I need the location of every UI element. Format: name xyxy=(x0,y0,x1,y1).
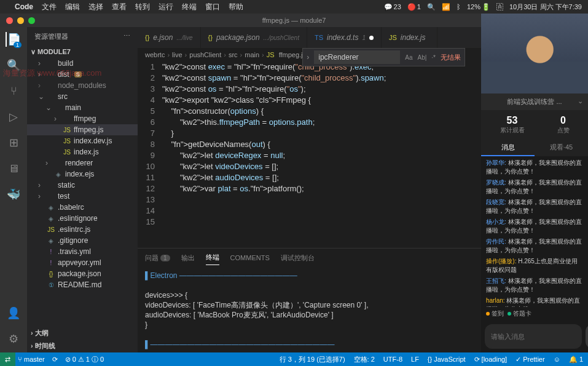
indent[interactable]: 空格: 2 xyxy=(354,355,375,364)
live-title[interactable]: 前端实战训练营 ...⌄ xyxy=(481,93,588,110)
folder-item[interactable]: ›distS xyxy=(27,69,138,80)
stat-likes: 0 xyxy=(557,115,570,126)
editor-tab[interactable]: {}e.json.../live xyxy=(138,27,201,48)
file-item[interactable]: ◈.babelrc xyxy=(27,202,138,213)
file-item[interactable]: ◈.gitignore xyxy=(27,235,138,246)
find-word-icon[interactable]: Ab| xyxy=(417,54,426,61)
chip-signin[interactable]: 签到 xyxy=(486,309,504,318)
file-item[interactable]: !.travis.yml xyxy=(27,246,138,257)
live-video[interactable] xyxy=(481,14,588,93)
file-item[interactable]: JSffmpeg.js xyxy=(27,124,138,135)
folder-item[interactable]: ›test xyxy=(27,191,138,202)
cursor-position[interactable]: 行 3，列 19 (已选择7) xyxy=(280,355,345,364)
run-debug-icon[interactable]: ▷ xyxy=(6,109,21,124)
breadcrumb-item[interactable]: src xyxy=(229,51,238,58)
status-bt-icon[interactable]: ᛒ xyxy=(457,3,461,10)
settings-gear-icon[interactable]: ⚙ xyxy=(6,332,21,346)
file-item[interactable]: JSindex.dev.js xyxy=(27,135,138,146)
find-widget: › Aa Ab| ·* 无结果 xyxy=(302,48,465,66)
find-case-icon[interactable]: Aa xyxy=(405,54,412,61)
chat-send-button[interactable]: 发送 xyxy=(586,324,588,349)
breadcrumb-item[interactable]: webrtc xyxy=(145,51,165,58)
explorer-icon[interactable]: 📄1 xyxy=(6,32,20,47)
find-input[interactable] xyxy=(314,50,400,64)
status-datetime[interactable]: 10月30日 周六 下午7:39 xyxy=(509,2,582,12)
file-item[interactable]: !appveyor.yml xyxy=(27,257,138,268)
folder-item[interactable]: ›node_modules xyxy=(27,80,138,91)
feedback-icon[interactable]: ☺ xyxy=(554,355,560,364)
file-item[interactable]: ①README.md xyxy=(27,279,138,290)
menu-app[interactable]: Code xyxy=(15,2,33,11)
language-mode[interactable]: {} JavaScript xyxy=(428,355,466,364)
breadcrumb-item[interactable]: live xyxy=(172,51,182,58)
editor-tab[interactable]: TSindex.d.ts1 xyxy=(307,27,382,48)
outline-section[interactable]: › 大纲 xyxy=(27,327,138,340)
menu-view[interactable]: 查看 xyxy=(112,2,127,12)
traffic-lights[interactable] xyxy=(6,17,35,24)
window-title: ffmpeg.js — module7 xyxy=(262,17,326,24)
panel-tab[interactable]: 输出 xyxy=(181,251,195,265)
problems[interactable]: ⊘ 0 ⚠ 1 ⓘ 0 xyxy=(65,355,104,364)
panel-tab[interactable]: COMMENTS xyxy=(230,252,270,264)
timeline-section[interactable]: › 时间线 xyxy=(27,340,138,352)
remote-indicator[interactable]: ⇄ xyxy=(0,352,15,366)
folder-item[interactable]: ›static xyxy=(27,180,138,191)
remote-explorer-icon[interactable]: 🖥 xyxy=(6,161,21,176)
notifications-icon[interactable]: 🔔 1 xyxy=(569,355,583,364)
account-icon[interactable]: 👤 xyxy=(6,306,21,320)
panel-tab[interactable]: 问题1 xyxy=(145,251,170,265)
file-item[interactable]: JSindex.js xyxy=(27,146,138,157)
menu-help[interactable]: 帮助 xyxy=(229,2,243,12)
loading[interactable]: ⟳ [loading] xyxy=(474,355,508,364)
extensions-icon[interactable]: ⊞ xyxy=(6,135,21,150)
chat-messages[interactable]: 孙翠华: 林溪老师，我来围观你的直播啦，为你点赞！罗晓成: 林溪老师，我来围观你… xyxy=(481,156,588,307)
menu-edit[interactable]: 编辑 xyxy=(65,2,80,12)
status-chat-icon[interactable]: 💬 23 xyxy=(384,3,401,11)
search-icon[interactable]: 🔍 xyxy=(6,58,21,73)
status-input-icon[interactable]: 🇦 xyxy=(496,3,503,10)
menu-run[interactable]: 运行 xyxy=(159,2,173,12)
live-tab-viewers[interactable]: 观看·45 xyxy=(535,140,588,156)
file-item[interactable]: ◈.eslintignore xyxy=(27,213,138,224)
prettier[interactable]: ✓ Prettier xyxy=(515,355,544,364)
chat-input[interactable] xyxy=(485,324,582,349)
eol[interactable]: LF xyxy=(411,355,419,364)
folder-item[interactable]: ⌄main xyxy=(27,102,138,113)
chat-chips: 签到 答题卡 xyxy=(481,307,588,320)
status-notif-icon[interactable]: 🔴 1 xyxy=(407,3,421,11)
folder-item[interactable]: ›ffmpeg xyxy=(27,113,138,124)
git-branch[interactable]: ⑂ master xyxy=(18,356,45,363)
live-collapse-icon[interactable]: ⌄ xyxy=(578,97,583,105)
breadcrumb-item[interactable]: main xyxy=(245,51,259,58)
find-regex-icon[interactable]: ·* xyxy=(431,54,436,61)
sidebar-title: 资源管理器 xyxy=(34,32,68,41)
menu-select[interactable]: 选择 xyxy=(88,2,103,12)
status-battery[interactable]: 12% 🔋 xyxy=(467,3,490,11)
file-item[interactable]: {}package.json xyxy=(27,268,138,279)
folder-item[interactable]: ›renderer xyxy=(27,157,138,169)
editor-tab[interactable]: {}package.json.../pushClient xyxy=(201,27,307,48)
menu-window[interactable]: 窗口 xyxy=(205,2,220,12)
live-tab-messages[interactable]: 消息 xyxy=(481,140,535,156)
docker-icon[interactable]: 🐳 xyxy=(6,187,21,202)
find-toggle-icon[interactable]: › xyxy=(307,53,309,62)
menu-file[interactable]: 文件 xyxy=(42,2,57,12)
breadcrumb-item[interactable]: pushClient xyxy=(189,51,221,58)
folder-item[interactable]: ⌄src xyxy=(27,91,138,102)
chip-quiz[interactable]: 答题卡 xyxy=(508,309,531,318)
status-wifi-icon[interactable]: 📶 xyxy=(442,3,450,11)
sidebar-more-icon[interactable]: ⋯ xyxy=(123,32,130,41)
panel-tab[interactable]: 调试控制台 xyxy=(281,251,315,265)
editor-tab[interactable]: JSindex.js xyxy=(382,27,437,48)
sidebar-root[interactable]: ∨ MODULE7 xyxy=(27,46,138,58)
menu-goto[interactable]: 转到 xyxy=(135,2,150,12)
menu-terminal[interactable]: 终端 xyxy=(182,2,197,12)
file-item[interactable]: JS.eslintrc.js xyxy=(27,224,138,235)
folder-item[interactable]: ›build xyxy=(27,58,138,69)
encoding[interactable]: UTF-8 xyxy=(383,355,402,364)
panel-tab[interactable]: 终端 xyxy=(206,250,219,265)
file-item[interactable]: ◈index.ejs xyxy=(27,169,138,180)
status-search-icon[interactable]: 🔍 xyxy=(427,3,436,11)
source-control-icon[interactable]: ⑂ xyxy=(6,84,21,98)
git-sync[interactable]: ⟳ xyxy=(52,356,58,364)
